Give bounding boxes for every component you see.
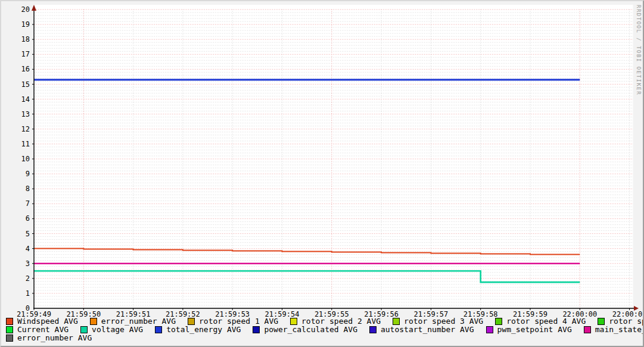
legend-swatch-icon <box>6 326 13 333</box>
y-axis-tick-label: 16 <box>1 65 30 74</box>
legend-swatch-icon <box>369 326 377 333</box>
legend-swatch-icon <box>253 326 260 333</box>
legend-label: pwm_setpoint AVG <box>497 326 572 334</box>
legend-swatch-icon <box>188 318 195 325</box>
legend-item: error_number AVG <box>90 317 176 326</box>
y-axis-tick-label: 5 <box>1 230 30 239</box>
legend-label: rotor speed 1 AVG <box>199 317 278 326</box>
y-axis-tick-label: 12 <box>1 125 30 134</box>
legend-swatch-icon <box>290 318 297 325</box>
legend-item: rotor speed 2 AVG <box>290 317 381 326</box>
y-axis-tick-label: 4 <box>1 245 30 254</box>
legend-label: Windspeed AVG <box>17 317 78 326</box>
y-axis-tick-label: 2 <box>1 274 30 283</box>
legend-label: rotor speed 3 AVG <box>404 317 483 326</box>
legend-item: pwm_setpoint AVG <box>486 326 572 334</box>
y-axis-tick-label: 18 <box>1 35 30 44</box>
legend-swatch-icon <box>90 318 97 325</box>
legend-item: rotor speed 4 AVG <box>495 317 586 326</box>
y-axis-tick-label: 20 <box>1 5 30 14</box>
legend-label: error_number AVG <box>101 317 176 326</box>
rrdtool-graph: 01234567891011121314151617181920 21:59:4… <box>0 0 644 347</box>
y-axis-tick-label: 14 <box>1 95 30 104</box>
y-axis-tick-label: 3 <box>1 260 30 268</box>
legend-label: rotor speed 5 AVG <box>609 317 644 326</box>
rrdtool-watermark: RRDTOOL / TOBI OETIKER <box>636 5 642 95</box>
legend-swatch-icon <box>6 318 13 325</box>
legend-swatch-icon <box>486 326 493 333</box>
legend-item: main_state_number AVG <box>584 326 644 334</box>
y-axis-tick-label: 9 <box>1 170 30 179</box>
legend-label: power_calculated AVG <box>264 326 357 334</box>
legend-item: Current AVG <box>6 326 69 334</box>
legend-swatch-icon <box>80 326 88 333</box>
legend-swatch-icon <box>155 326 162 333</box>
y-axis-tick-label: 13 <box>1 110 30 119</box>
legend-swatch-icon <box>6 335 13 342</box>
legend-item: power_calculated AVG <box>253 326 357 334</box>
y-axis-tick-label: 19 <box>1 20 30 29</box>
legend-item: error_number AVG <box>6 334 92 342</box>
legend-label: autostart_number AVG <box>381 326 474 334</box>
legend-row: error_number AVG <box>6 334 642 342</box>
y-axis-tick-label: 15 <box>1 80 30 89</box>
chart-plot-area <box>1 1 644 347</box>
legend-row: Windspeed AVGerror_number AVGrotor speed… <box>6 317 642 326</box>
legend-label: rotor speed 4 AVG <box>506 317 586 326</box>
legend-item: rotor speed 1 AVG <box>188 317 278 326</box>
legend-item: rotor speed 3 AVG <box>393 317 483 326</box>
legend-label: total_energy AVG <box>166 326 241 334</box>
y-axis-tick-label: 6 <box>1 214 30 223</box>
legend-item: autostart_number AVG <box>369 326 474 334</box>
y-axis-tick-label: 1 <box>1 289 30 298</box>
legend-swatch-icon <box>393 318 400 325</box>
legend-row: Current AVGvoltage AVGtotal_energy AVGpo… <box>6 326 642 334</box>
legend-item: rotor speed 5 AVG <box>598 317 644 326</box>
legend: Windspeed AVGerror_number AVGrotor speed… <box>6 317 642 342</box>
legend-swatch-icon <box>495 318 502 325</box>
legend-item: Windspeed AVG <box>6 317 78 326</box>
legend-label: voltage AVG <box>92 326 143 334</box>
y-axis-tick-label: 7 <box>1 199 30 208</box>
legend-swatch-icon <box>598 318 605 325</box>
legend-label: error_number AVG <box>17 334 92 342</box>
legend-item: total_energy AVG <box>155 326 241 334</box>
legend-swatch-icon <box>584 326 591 333</box>
legend-label: rotor speed 2 AVG <box>301 317 381 326</box>
y-axis-tick-label: 17 <box>1 50 30 59</box>
legend-item: voltage AVG <box>80 326 143 334</box>
legend-label: Current AVG <box>17 326 69 334</box>
legend-label: main_state_number AVG <box>595 326 644 334</box>
y-axis-tick-label: 10 <box>1 155 30 164</box>
y-axis-tick-label: 8 <box>1 185 30 193</box>
y-axis-tick-label: 11 <box>1 140 30 149</box>
